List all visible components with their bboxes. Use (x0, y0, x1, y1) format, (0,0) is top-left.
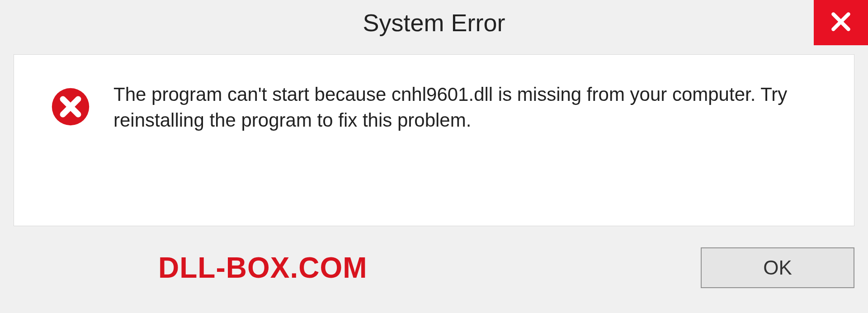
ok-button[interactable]: OK (701, 247, 854, 288)
error-icon (50, 86, 91, 127)
error-message: The program can't start because cnhl9601… (113, 82, 827, 133)
dialog-content: The program can't start because cnhl9601… (14, 54, 854, 226)
close-icon (830, 10, 852, 35)
titlebar: System Error (0, 0, 868, 45)
close-button[interactable] (814, 0, 868, 45)
ok-button-label: OK (763, 256, 792, 279)
dialog-title: System Error (363, 9, 505, 37)
watermark-text: DLL-BOX.COM (158, 251, 368, 285)
dialog-footer: DLL-BOX.COM OK (0, 236, 868, 313)
